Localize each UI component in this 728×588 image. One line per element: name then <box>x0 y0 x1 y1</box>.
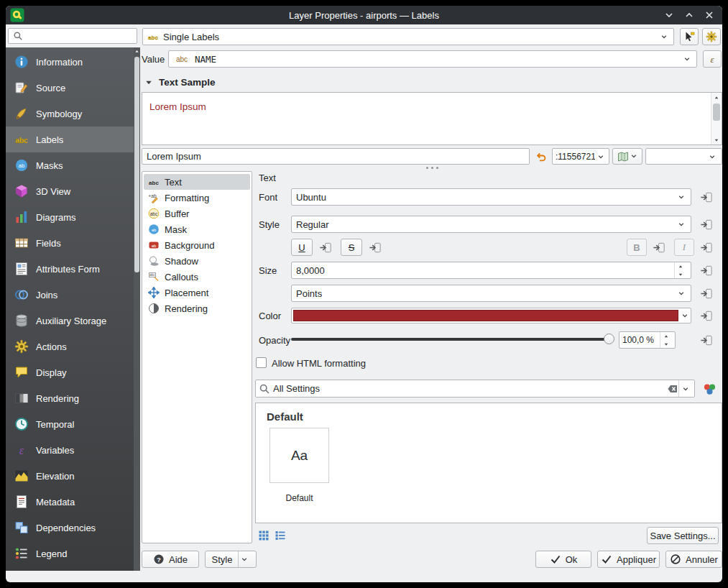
clear-search-icon[interactable] <box>667 383 678 395</box>
opacity-spin-buttons[interactable] <box>660 332 672 348</box>
size-unit-override-button[interactable] <box>697 285 716 302</box>
sidebar-item-joins[interactable]: Joins <box>6 282 140 308</box>
strikethrough-override-button[interactable] <box>366 239 384 256</box>
sidebar-item-legend[interactable]: Legend <box>6 541 140 566</box>
italic-button[interactable]: I <box>674 239 694 256</box>
tab-mask[interactable]: abMask <box>144 221 250 237</box>
tab-background[interactable]: abBackground <box>144 237 250 253</box>
spin-down-icon[interactable] <box>660 340 672 348</box>
sidebar-item-display[interactable]: Display <box>6 359 140 385</box>
spin-up-icon[interactable] <box>660 332 672 340</box>
spin-down-icon[interactable] <box>675 270 686 278</box>
window-maximize-button[interactable] <box>683 9 695 21</box>
data-defined-override-icon <box>700 309 714 323</box>
font-combo[interactable]: Ubuntu <box>291 188 691 206</box>
opacity-spinbox[interactable]: 100,0 % <box>619 331 676 349</box>
scroll-down-icon[interactable] <box>711 135 722 144</box>
sidebar-item-actions[interactable]: Actions <box>6 334 140 359</box>
sidebar-item-labels[interactable]: abcLabels <box>6 127 140 152</box>
cancel-button[interactable]: Annuler <box>665 551 722 568</box>
tab-shadow[interactable]: Shadow <box>144 253 250 269</box>
sidebar-item-label: Variables <box>36 445 74 456</box>
bold-override-button[interactable] <box>650 239 668 256</box>
splitter-handle[interactable] <box>142 165 722 170</box>
sidebar-search-input[interactable] <box>23 31 132 42</box>
scrollbar-thumb[interactable] <box>134 57 139 272</box>
chevron-down-icon[interactable] <box>678 380 691 397</box>
sidebar-item-fields[interactable]: Fields <box>6 230 140 256</box>
map-scale-button[interactable] <box>612 148 642 165</box>
sidebar-item-metadata[interactable]: Metadata <box>6 489 140 515</box>
scrollbar-track[interactable] <box>711 102 722 135</box>
tab-rendering[interactable]: Rendering <box>144 300 250 316</box>
scroll-up-icon[interactable] <box>134 49 140 54</box>
apply-button[interactable]: Appliquer <box>597 551 660 568</box>
size-unit-combo[interactable]: Points <box>291 285 691 302</box>
sidebar-item-3d-view[interactable]: 3D View <box>6 178 140 204</box>
text-sample-section-header[interactable]: Text Sample <box>144 77 216 88</box>
sidebar-item-variables[interactable]: εVariables <box>6 437 140 463</box>
value-field-combo[interactable]: abc NAME <box>168 50 697 68</box>
style-manager-button[interactable] <box>701 380 718 398</box>
sample-background-combo[interactable] <box>645 148 722 165</box>
sidebar-item-diagrams[interactable]: Diagrams <box>6 204 140 230</box>
reset-sample-button[interactable] <box>533 148 550 165</box>
label-toolbar-button[interactable] <box>680 28 699 45</box>
sidebar-item-information[interactable]: Information <box>6 49 140 75</box>
list-view-button[interactable] <box>273 528 287 543</box>
sample-scale-combo[interactable]: :11556721 <box>552 148 609 165</box>
size-spin-buttons[interactable] <box>674 262 686 278</box>
sidebar-item-temporal[interactable]: Temporal <box>6 411 140 437</box>
spin-up-icon[interactable] <box>675 262 686 270</box>
sidebar-item-rendering[interactable]: Rendering <box>6 385 140 411</box>
tab-callouts[interactable]: abcCallouts <box>144 269 250 285</box>
style-override-button[interactable] <box>697 216 716 233</box>
sidebar-item-attributes-form[interactable]: Attributes Form <box>6 256 140 282</box>
tab-text[interactable]: abcText <box>144 174 250 190</box>
italic-override-button[interactable] <box>697 239 716 256</box>
tab-buffer[interactable]: abcBuffer <box>144 206 250 221</box>
italic-label: I <box>683 242 686 253</box>
sidebar-scrollbar[interactable] <box>134 47 140 571</box>
tab-formatting[interactable]: +abFormatting <box>144 190 250 206</box>
strikethrough-button[interactable]: S <box>341 239 362 256</box>
color-override-button[interactable] <box>697 307 716 324</box>
style-item-default[interactable]: AaDefault <box>269 428 329 503</box>
allow-html-checkbox[interactable] <box>256 357 267 368</box>
sidebar-item-elevation[interactable]: Elevation <box>6 463 140 489</box>
bold-button[interactable]: B <box>627 239 647 256</box>
font-override-button[interactable] <box>697 188 716 206</box>
opacity-slider[interactable] <box>291 331 613 347</box>
label-mode-combo[interactable]: abc Single Labels <box>142 28 674 45</box>
font-color-button[interactable] <box>291 308 691 323</box>
save-settings-button[interactable]: Save Settings... <box>647 527 719 544</box>
ok-button[interactable]: Ok <box>535 551 591 568</box>
size-spinbox[interactable]: 8,0000 <box>291 262 691 279</box>
window-close-button[interactable] <box>704 9 715 21</box>
sample-text-input[interactable] <box>142 148 530 165</box>
sidebar-item-source[interactable]: Source <box>6 75 140 101</box>
opacity-override-button[interactable] <box>697 331 716 349</box>
sidebar-item-auxiliary-storage[interactable]: Auxiliary Storage <box>6 308 140 334</box>
settings-search-combo[interactable] <box>255 380 695 398</box>
underline-override-button[interactable] <box>316 239 335 256</box>
size-override-button[interactable] <box>697 262 716 279</box>
font-style-combo[interactable]: Regular <box>291 216 691 233</box>
sidebar-item-dependencies[interactable]: Dependencies <box>6 515 140 541</box>
settings-search-input[interactable] <box>270 383 667 394</box>
expression-builder-button[interactable]: ε <box>703 50 722 68</box>
underline-button[interactable]: U <box>291 239 313 256</box>
automated-placement-button[interactable] <box>702 28 721 45</box>
slider-handle[interactable] <box>604 334 614 344</box>
preview-scrollbar[interactable] <box>711 93 722 144</box>
icon-view-button[interactable] <box>257 528 271 543</box>
help-button[interactable]: ? Aide <box>142 551 199 568</box>
style-menu-button[interactable]: Style <box>205 551 257 568</box>
tab-placement[interactable]: Placement <box>144 285 250 300</box>
sidebar-item-masks[interactable]: abMasks <box>6 152 140 178</box>
window-minimize-button[interactable] <box>663 9 675 21</box>
sidebar-item-symbology[interactable]: Symbology <box>6 101 140 127</box>
sidebar-search[interactable] <box>8 28 137 44</box>
scroll-up-icon[interactable] <box>711 93 722 102</box>
scrollbar-thumb[interactable] <box>713 104 720 121</box>
